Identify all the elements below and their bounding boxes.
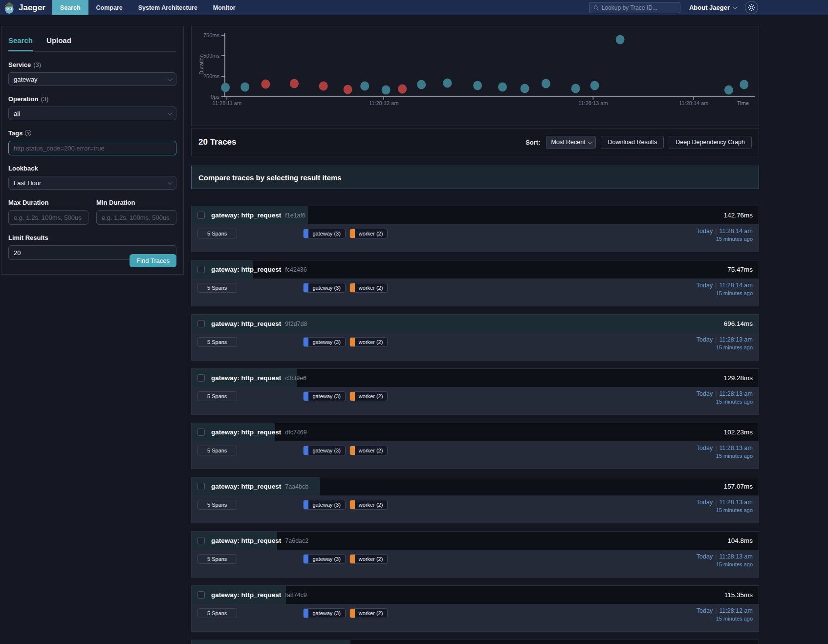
service-badge-gateway[interactable]: gateway (3)	[303, 283, 345, 293]
trace-select-checkbox[interactable]	[197, 320, 205, 327]
service-color-swatch	[350, 555, 355, 563]
trace-select-checkbox[interactable]	[197, 483, 205, 490]
trace-dot-error[interactable]	[343, 85, 352, 94]
trace-dot[interactable]	[473, 81, 482, 90]
trace-dot-error[interactable]	[319, 81, 328, 90]
trace-header[interactable]: gateway: http_request dfc7469 102.23ms	[192, 423, 759, 441]
trace-select-checkbox[interactable]	[197, 537, 205, 544]
trace-timestamp[interactable]: Today|11:28:14 am 15 minutes ago	[697, 282, 753, 296]
trace-dot[interactable]	[616, 35, 625, 44]
service-badge-gateway[interactable]: gateway (3)	[303, 500, 345, 510]
trace-timestamp[interactable]: Today|11:28:13 am 15 minutes ago	[697, 445, 753, 459]
service-badge-gateway[interactable]: gateway (3)	[303, 446, 345, 455]
trace-dot[interactable]	[542, 79, 550, 88]
service-badge-gateway[interactable]: gateway (3)	[303, 391, 345, 401]
trace-relative-time: 15 minutes ago	[697, 507, 753, 513]
trace-header[interactable]: gateway: http_request fc42436 75.47ms	[192, 260, 759, 279]
trace-date: Today	[697, 336, 713, 343]
nav-tab-compare[interactable]: Compare	[88, 0, 131, 15]
trace-result-card[interactable]: gateway: http_request c3cf9e6 129.28ms 5…	[191, 368, 759, 415]
trace-header[interactable]: gateway: http_request f1e1af6 142.76ms	[192, 206, 759, 224]
service-color-swatch	[304, 500, 308, 509]
lookback-select[interactable]: Last Hour	[8, 176, 176, 190]
trace-result-card[interactable]: gateway: http_request 7aa4bcb 157.07ms 5…	[191, 477, 759, 523]
trace-dot[interactable]	[360, 81, 369, 90]
service-badge-gateway[interactable]: gateway (3)	[303, 554, 345, 564]
trace-select-checkbox[interactable]	[197, 374, 205, 382]
trace-result-card[interactable]: gateway: http_request 9f2d7d8 696.14ms 5…	[191, 314, 759, 361]
service-badge-gateway[interactable]: gateway (3)	[303, 337, 345, 347]
trace-date: Today	[697, 499, 713, 506]
service-badge-gateway[interactable]: gateway (3)	[303, 229, 345, 238]
trace-result-card-partial[interactable]	[191, 640, 759, 644]
operation-select[interactable]: all	[8, 107, 176, 120]
trace-select-checkbox[interactable]	[197, 212, 205, 219]
service-color-swatch	[350, 229, 355, 238]
trace-dot[interactable]	[417, 80, 426, 89]
service-badge-worker[interactable]: worker (2)	[349, 554, 388, 564]
trace-header[interactable]: gateway: http_request fa874c9 115.35ms	[192, 586, 759, 604]
trace-dot[interactable]	[571, 84, 580, 93]
find-traces-button[interactable]: Find Traces	[130, 254, 176, 267]
trace-dot-error[interactable]	[261, 79, 270, 88]
trace-result-card[interactable]: gateway: http_request fa874c9 115.35ms 5…	[191, 585, 759, 632]
trace-dot[interactable]	[521, 84, 529, 93]
trace-header[interactable]: gateway: http_request 9f2d7d8 696.14ms	[192, 315, 759, 333]
trace-header[interactable]: gateway: http_request c3cf9e6 129.28ms	[192, 369, 759, 387]
sidebar-tab-search[interactable]: Search	[8, 36, 33, 51]
min-duration-input[interactable]	[96, 210, 176, 225]
service-badge-worker[interactable]: worker (2)	[349, 283, 388, 293]
max-duration-input[interactable]	[8, 210, 88, 225]
service-badge-worker[interactable]: worker (2)	[349, 337, 388, 347]
sidebar-tab-upload[interactable]: Upload	[46, 36, 71, 51]
trace-timestamp[interactable]: Today|11:28:13 am 15 minutes ago	[697, 553, 753, 567]
trace-timestamp[interactable]: Today|11:28:13 am 15 minutes ago	[697, 499, 753, 513]
trace-dot[interactable]	[221, 83, 230, 92]
nav-tab-search[interactable]: Search	[52, 0, 88, 15]
service-badge-worker[interactable]: worker (2)	[349, 608, 388, 618]
info-icon[interactable]: ?	[25, 130, 31, 136]
trace-select-checkbox[interactable]	[197, 266, 205, 273]
trace-time: 11:28:13 am	[719, 390, 753, 397]
trace-time: 11:28:13 am	[719, 553, 753, 560]
trace-dot[interactable]	[498, 83, 507, 92]
sidebar-tabs: Search Upload	[8, 26, 176, 52]
sort-select[interactable]: Most Recent	[546, 136, 596, 149]
trace-dot-error[interactable]	[398, 85, 407, 94]
service-select[interactable]: gateway	[8, 72, 176, 86]
trace-header[interactable]: gateway: http_request 7a6dac2 104.8ms	[192, 532, 759, 550]
trace-timestamp[interactable]: Today|11:28:13 am 15 minutes ago	[697, 390, 753, 405]
trace-name: gateway: http_request	[211, 374, 281, 382]
service-badge-worker[interactable]: worker (2)	[349, 391, 388, 401]
duration-bar	[192, 640, 350, 644]
service-label: Service(3)	[8, 61, 176, 68]
trace-select-checkbox[interactable]	[197, 591, 205, 599]
trace-dot[interactable]	[382, 86, 391, 95]
trace-result-card[interactable]: gateway: http_request 7a6dac2 104.8ms 5 …	[191, 531, 759, 578]
service-badge-worker[interactable]: worker (2)	[349, 446, 388, 455]
trace-name: gateway: http_request	[211, 266, 281, 273]
trace-dot[interactable]	[443, 78, 452, 87]
service-badge-worker[interactable]: worker (2)	[349, 229, 388, 238]
deep-dependency-graph-button[interactable]: Deep Dependency Graph	[669, 136, 752, 149]
span-count-badge: 5 Spans	[197, 391, 237, 401]
trace-timestamp[interactable]: Today|11:28:12 am 15 minutes ago	[697, 607, 753, 622]
trace-dot[interactable]	[240, 83, 249, 92]
trace-dot[interactable]	[740, 80, 748, 89]
download-results-button[interactable]: Download Results	[601, 136, 664, 149]
trace-dot[interactable]	[724, 86, 733, 95]
trace-result-card[interactable]: gateway: http_request fc42436 75.47ms 5 …	[191, 260, 759, 306]
trace-result-card[interactable]: gateway: http_request dfc7469 102.23ms 5…	[191, 423, 759, 469]
service-badge-gateway[interactable]: gateway (3)	[303, 608, 345, 618]
trace-dot[interactable]	[590, 81, 599, 90]
trace-header[interactable]	[192, 640, 759, 644]
trace-timestamp[interactable]: Today|11:28:13 am 15 minutes ago	[697, 336, 753, 350]
trace-result-card[interactable]: gateway: http_request f1e1af6 142.76ms 5…	[191, 206, 759, 252]
scatter-plot[interactable]: Duration 0μs250ms500ms750ms 11:28:11 am1…	[192, 26, 759, 126]
trace-dot-error[interactable]	[290, 79, 299, 88]
tags-input[interactable]	[8, 141, 176, 155]
trace-header[interactable]: gateway: http_request 7aa4bcb 157.07ms	[192, 477, 759, 495]
trace-select-checkbox[interactable]	[197, 429, 205, 436]
service-badge-worker[interactable]: worker (2)	[349, 500, 388, 510]
trace-timestamp[interactable]: Today|11:28:14 am 15 minutes ago	[697, 228, 753, 242]
